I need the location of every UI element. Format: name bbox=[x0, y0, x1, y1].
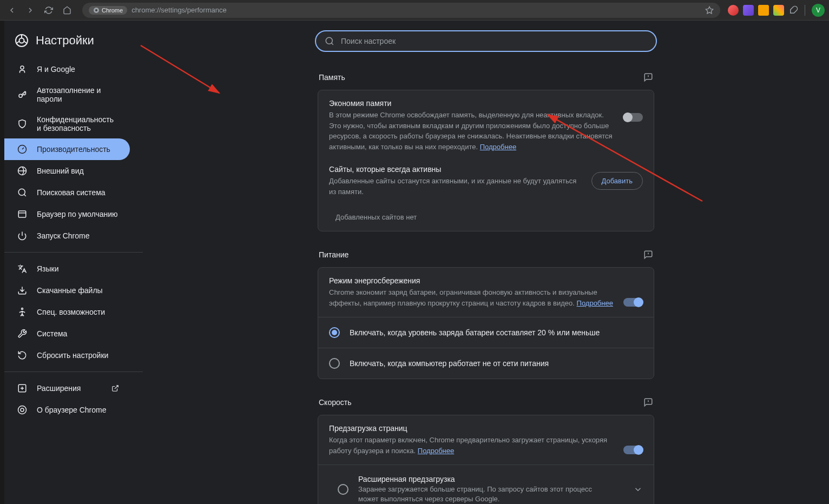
browser-toolbar: Chrome chrome://settings/performance V bbox=[0, 0, 829, 21]
always-active-title: Сайты, которые всегда активны bbox=[329, 165, 583, 174]
external-link-icon bbox=[111, 384, 119, 392]
extension-icon-3[interactable] bbox=[758, 5, 769, 16]
sidebar-item-label: Расширения bbox=[37, 384, 81, 393]
sidebar-item-label: Сбросить настройки bbox=[37, 351, 108, 360]
sidebar-item-label: Браузер по умолчанию bbox=[37, 210, 118, 218]
svg-point-14 bbox=[21, 408, 24, 412]
nav-divider bbox=[4, 252, 143, 253]
extension-icon-1[interactable] bbox=[728, 5, 739, 16]
svg-point-4 bbox=[19, 38, 24, 43]
address-bar[interactable]: Chrome chrome://settings/performance bbox=[82, 3, 720, 18]
preload-desc: Когда этот параметр включен, Chrome пред… bbox=[329, 435, 615, 456]
content-area: Память Экономия памяти В этом режиме Chr… bbox=[143, 21, 829, 504]
feedback-icon[interactable] bbox=[643, 250, 653, 260]
sidebar-item-label: Я и Google bbox=[37, 65, 75, 74]
memory-saver-title: Экономия памяти bbox=[329, 99, 615, 108]
svg-point-11 bbox=[22, 308, 23, 310]
sidebar-title: Настройки bbox=[36, 34, 94, 48]
speed-card: Предзагрузка страниц Когда этот параметр… bbox=[318, 415, 654, 504]
energy-saver-toggle[interactable] bbox=[623, 284, 643, 307]
radio-unplugged[interactable] bbox=[329, 358, 340, 369]
extension-icon-2[interactable] bbox=[743, 5, 754, 16]
memory-saver-toggle[interactable] bbox=[623, 113, 643, 122]
chevron-down-icon[interactable] bbox=[633, 485, 643, 494]
window-edge bbox=[0, 21, 4, 504]
forward-button[interactable] bbox=[23, 3, 38, 18]
sidebar-item-system[interactable]: Система bbox=[4, 323, 130, 344]
sidebar-item-reset[interactable]: Сбросить настройки bbox=[4, 344, 130, 366]
feedback-icon[interactable] bbox=[643, 397, 653, 407]
sidebar-item-label: Автозаполнение и пароли bbox=[37, 86, 119, 103]
sidebar-item-label: О браузере Chrome bbox=[37, 406, 107, 414]
sidebar-item-languages[interactable]: Языки bbox=[4, 258, 130, 280]
svg-point-1 bbox=[95, 9, 97, 11]
section-title-speed: Скорость bbox=[319, 398, 351, 407]
preload-toggle[interactable] bbox=[623, 432, 643, 454]
sidebar-item-appearance[interactable]: Внешний вид bbox=[4, 160, 130, 182]
memory-card: Экономия памяти В этом режиме Chrome осв… bbox=[318, 90, 654, 231]
sidebar-item-label: Конфиденциальность и безопасность bbox=[37, 115, 119, 132]
section-title-power: Питание bbox=[319, 250, 348, 259]
url-text: chrome://settings/performance bbox=[131, 6, 227, 14]
nav-divider bbox=[4, 372, 143, 372]
sidebar: Настройки Я и Google Автозаполнение и па… bbox=[4, 21, 143, 504]
svg-point-5 bbox=[21, 66, 24, 69]
radio-extended-preload[interactable] bbox=[338, 484, 348, 495]
empty-sites-text: Добавленных сайтов нет bbox=[318, 205, 654, 231]
energy-saver-title: Режим энергосбережения bbox=[329, 276, 615, 285]
sidebar-header: Настройки bbox=[4, 29, 143, 58]
svg-point-9 bbox=[18, 189, 25, 195]
preload-title: Предзагрузка страниц bbox=[329, 424, 615, 433]
settings-search[interactable] bbox=[315, 30, 657, 52]
radio-battery-20[interactable] bbox=[329, 327, 340, 338]
sidebar-item-privacy[interactable]: Конфиденциальность и безопасность bbox=[4, 109, 130, 138]
search-icon bbox=[325, 36, 334, 46]
svg-point-15 bbox=[326, 37, 332, 44]
extensions-icon[interactable] bbox=[788, 5, 798, 15]
home-button[interactable] bbox=[60, 3, 75, 18]
svg-point-13 bbox=[18, 406, 27, 414]
sidebar-item-downloads[interactable]: Скачанные файлы bbox=[4, 280, 130, 301]
sidebar-item-performance[interactable]: Производительность bbox=[4, 138, 130, 160]
sidebar-item-label: Запуск Chrome bbox=[37, 231, 89, 240]
sidebar-item-label: Языки bbox=[37, 264, 59, 273]
add-site-button[interactable]: Добавить bbox=[591, 172, 643, 190]
sidebar-item-autofill[interactable]: Автозаполнение и пароли bbox=[4, 80, 130, 109]
toolbar-extensions: V bbox=[728, 4, 825, 17]
energy-saver-desc: Chrome экономит заряд батареи, ограничив… bbox=[329, 287, 615, 308]
radio-battery-20-label: Включать, когда уровень заряда батареи с… bbox=[350, 328, 600, 337]
chrome-chip-label: Chrome bbox=[102, 7, 123, 14]
extension-icon-4[interactable] bbox=[773, 5, 784, 16]
sidebar-item-about[interactable]: О браузере Chrome bbox=[4, 399, 130, 421]
sidebar-item-label: Спец. возможности bbox=[37, 308, 105, 316]
sidebar-item-label: Система bbox=[37, 329, 67, 338]
power-card: Режим энергосбережения Chrome экономит з… bbox=[318, 267, 654, 379]
always-active-desc: Добавленные сайты останутся активными, и… bbox=[329, 176, 583, 197]
sidebar-item-label: Поисковая система bbox=[37, 188, 106, 197]
sidebar-item-you-and-google[interactable]: Я и Google bbox=[4, 58, 130, 80]
sidebar-item-search[interactable]: Поисковая система bbox=[4, 182, 130, 203]
learn-more-link[interactable]: Подробнее bbox=[418, 447, 454, 455]
memory-saver-desc: В этом режиме Chrome освобождает память,… bbox=[329, 110, 615, 152]
svg-marker-2 bbox=[706, 6, 713, 14]
learn-more-link[interactable]: Подробнее bbox=[577, 299, 613, 307]
sidebar-item-default-browser[interactable]: Браузер по умолчанию bbox=[4, 203, 130, 225]
back-button[interactable] bbox=[4, 3, 19, 18]
feedback-icon[interactable] bbox=[643, 72, 653, 82]
reload-button[interactable] bbox=[41, 3, 56, 18]
svg-point-6 bbox=[19, 94, 22, 97]
extended-preload-label: Расширенная предзагрузка bbox=[358, 475, 623, 483]
sidebar-item-accessibility[interactable]: Спец. возможности bbox=[4, 301, 130, 323]
profile-avatar[interactable]: V bbox=[812, 4, 825, 17]
sidebar-item-on-startup[interactable]: Запуск Chrome bbox=[4, 225, 130, 247]
extended-preload-desc: Заранее загружается больше страниц. По з… bbox=[358, 485, 613, 504]
sidebar-item-extensions[interactable]: Расширения bbox=[4, 377, 130, 399]
learn-more-link[interactable]: Подробнее bbox=[480, 143, 516, 151]
star-icon[interactable] bbox=[705, 6, 714, 15]
search-input[interactable] bbox=[341, 37, 647, 45]
chrome-logo-icon bbox=[15, 34, 28, 47]
sidebar-item-label: Скачанные файлы bbox=[37, 286, 103, 295]
sidebar-item-label: Внешний вид bbox=[37, 167, 84, 175]
chrome-chip: Chrome bbox=[89, 6, 127, 15]
sidebar-item-label: Производительность bbox=[37, 145, 110, 154]
